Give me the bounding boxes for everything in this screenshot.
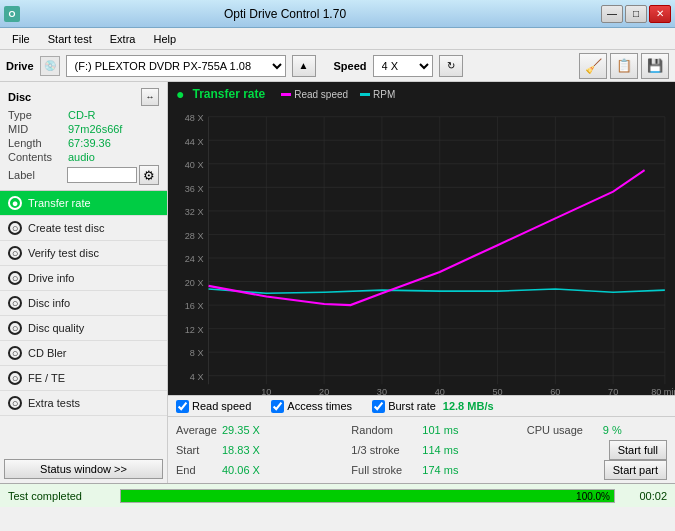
disc-label-input[interactable] bbox=[67, 167, 137, 183]
sidebar: Disc ↔ Type CD-R MID 97m26s66f Length 67… bbox=[0, 82, 168, 483]
disc-label-gear-button[interactable]: ⚙ bbox=[139, 165, 159, 185]
nav-label-create-test: Create test disc bbox=[28, 222, 104, 234]
start-full-button[interactable]: Start full bbox=[609, 440, 667, 460]
disc-refresh-button[interactable]: ↔ bbox=[141, 88, 159, 106]
nav-icon-create-test: ○ bbox=[8, 221, 22, 235]
burst-rate-checkbox-label: Burst rate bbox=[388, 400, 436, 412]
start-row: Start 18.83 X bbox=[176, 441, 351, 459]
start-full-row: Start full bbox=[527, 441, 667, 459]
disc-mid-row: MID 97m26s66f bbox=[4, 122, 163, 136]
minimize-button[interactable]: — bbox=[601, 5, 623, 23]
speed-refresh-button[interactable]: ↻ bbox=[439, 55, 463, 77]
nav-disc-quality[interactable]: ○ Disc quality bbox=[0, 316, 167, 341]
nav-cd-bler[interactable]: ○ CD Bler bbox=[0, 341, 167, 366]
menu-extra[interactable]: Extra bbox=[102, 29, 144, 49]
title-bar-left: O Opti Drive Control 1.70 bbox=[4, 6, 346, 22]
status-window-button[interactable]: Status window >> bbox=[4, 459, 163, 479]
disc-mid-label: MID bbox=[8, 123, 68, 135]
close-button[interactable]: ✕ bbox=[649, 5, 671, 23]
svg-text:44 X: 44 X bbox=[185, 136, 204, 146]
svg-text:10: 10 bbox=[261, 387, 271, 395]
nav-extra-tests[interactable]: ○ Extra tests bbox=[0, 391, 167, 416]
app-icon: O bbox=[4, 6, 20, 22]
menu-start-test[interactable]: Start test bbox=[40, 29, 100, 49]
average-label: Average bbox=[176, 424, 216, 436]
access-times-checkbox-item: Access times bbox=[271, 400, 352, 413]
nav-fe-te[interactable]: ○ FE / TE bbox=[0, 366, 167, 391]
average-row: Average 29.35 X bbox=[176, 421, 351, 439]
svg-text:60: 60 bbox=[550, 387, 560, 395]
nav-icon-transfer-rate: ● bbox=[8, 196, 22, 210]
drive-select[interactable]: (F:) PLEXTOR DVDR PX-755A 1.08 bbox=[66, 55, 286, 77]
disc-label-row: Label ⚙ bbox=[4, 164, 163, 186]
stroke-row: 1/3 stroke 114 ms bbox=[351, 441, 526, 459]
menu-help[interactable]: Help bbox=[145, 29, 184, 49]
svg-text:48 X: 48 X bbox=[185, 113, 204, 123]
svg-text:20 X: 20 X bbox=[185, 278, 204, 288]
disc-mid-value: 97m26s66f bbox=[68, 123, 122, 135]
erase-button[interactable]: 🧹 bbox=[579, 53, 607, 79]
average-value: 29.35 X bbox=[222, 424, 272, 436]
svg-text:30: 30 bbox=[377, 387, 387, 395]
start-label: Start bbox=[176, 444, 216, 456]
access-times-checkbox[interactable] bbox=[271, 400, 284, 413]
app-title: Opti Drive Control 1.70 bbox=[224, 7, 346, 21]
progress-bar bbox=[121, 490, 614, 502]
nav-disc-info[interactable]: ○ Disc info bbox=[0, 291, 167, 316]
end-label: End bbox=[176, 464, 216, 476]
disc-contents-row: Contents audio bbox=[4, 150, 163, 164]
disc-header: Disc ↔ bbox=[4, 86, 163, 108]
full-stroke-row: Full stroke 174 ms bbox=[351, 461, 526, 479]
nav-drive-info[interactable]: ○ Drive info bbox=[0, 266, 167, 291]
end-value: 40.06 X bbox=[222, 464, 272, 476]
burst-rate-checkbox[interactable] bbox=[372, 400, 385, 413]
legend-read-speed-label: Read speed bbox=[294, 89, 348, 100]
svg-text:36 X: 36 X bbox=[185, 183, 204, 193]
disc-header-text: Disc bbox=[8, 91, 31, 103]
nav-create-test-disc[interactable]: ○ Create test disc bbox=[0, 216, 167, 241]
main-content: Disc ↔ Type CD-R MID 97m26s66f Length 67… bbox=[0, 82, 675, 483]
speed-select[interactable]: 4 X bbox=[373, 55, 433, 77]
speed-label: Speed bbox=[334, 60, 367, 72]
svg-text:12 X: 12 X bbox=[185, 325, 204, 335]
svg-text:32 X: 32 X bbox=[185, 207, 204, 217]
full-stroke-label: Full stroke bbox=[351, 464, 416, 476]
nav-items: ● Transfer rate ○ Create test disc ○ Ver… bbox=[0, 191, 167, 416]
menu-file[interactable]: File bbox=[4, 29, 38, 49]
nav-verify-test-disc[interactable]: ○ Verify test disc bbox=[0, 241, 167, 266]
eject-button[interactable]: ▲ bbox=[292, 55, 316, 77]
chart-svg: 48 X 44 X 40 X 36 X 32 X 28 X 24 X 20 X … bbox=[168, 106, 675, 395]
disc-length-row: Length 67:39.36 bbox=[4, 136, 163, 150]
disc-type-row: Type CD-R bbox=[4, 108, 163, 122]
start-value: 18.83 X bbox=[222, 444, 272, 456]
start-part-button[interactable]: Start part bbox=[604, 460, 667, 480]
disc-contents-value: audio bbox=[68, 151, 95, 163]
read-speed-checkbox[interactable] bbox=[176, 400, 189, 413]
nav-icon-drive-info: ○ bbox=[8, 271, 22, 285]
status-window-area: Status window >> bbox=[0, 455, 167, 483]
save-button[interactable]: 💾 bbox=[641, 53, 669, 79]
chart-title: Transfer rate bbox=[192, 87, 265, 101]
svg-text:24 X: 24 X bbox=[185, 254, 204, 264]
maximize-button[interactable]: □ bbox=[625, 5, 647, 23]
progress-text: 100.0% bbox=[576, 490, 610, 504]
read-speed-checkbox-label: Read speed bbox=[192, 400, 251, 412]
nav-label-disc-quality: Disc quality bbox=[28, 322, 84, 334]
nav-label-extra-tests: Extra tests bbox=[28, 397, 80, 409]
legend-rpm-color bbox=[360, 93, 370, 96]
nav-label-drive-info: Drive info bbox=[28, 272, 74, 284]
copy-button[interactable]: 📋 bbox=[610, 53, 638, 79]
window-controls: — □ ✕ bbox=[601, 5, 671, 23]
random-label: Random bbox=[351, 424, 416, 436]
checkbox-bar: Read speed Access times Burst rate 12.8 … bbox=[168, 395, 675, 417]
nav-icon-fe-te: ○ bbox=[8, 371, 22, 385]
disc-contents-label: Contents bbox=[8, 151, 68, 163]
nav-transfer-rate[interactable]: ● Transfer rate bbox=[0, 191, 167, 216]
random-value: 101 ms bbox=[422, 424, 467, 436]
right-panel: ● Transfer rate Read speed RPM bbox=[168, 82, 675, 483]
full-stroke-value: 174 ms bbox=[422, 464, 467, 476]
stats-col-1: Average 29.35 X Start 18.83 X End 40.06 … bbox=[176, 421, 351, 479]
disc-length-label: Length bbox=[8, 137, 68, 149]
chart-area: 48 X 44 X 40 X 36 X 32 X 28 X 24 X 20 X … bbox=[168, 106, 675, 395]
nav-icon-verify-test: ○ bbox=[8, 246, 22, 260]
